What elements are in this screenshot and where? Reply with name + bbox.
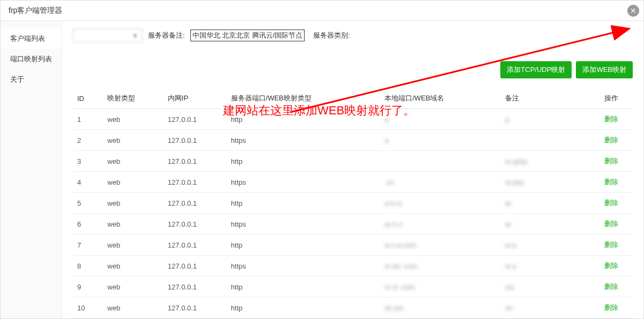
cell-port: http [227, 298, 381, 318]
cell-action: 删除 [600, 172, 633, 193]
table-row: 6web127.0.0.1httpsar b nar删除 [73, 214, 633, 235]
cell-remark: p [501, 109, 599, 130]
delete-link[interactable]: 删除 [604, 220, 618, 228]
th-ip: 内网IP [164, 88, 227, 109]
cell-type: web [103, 151, 164, 172]
cell-action: 删除 [600, 193, 633, 214]
cell-ip: 127.0.0.1 [164, 277, 227, 298]
delete-link[interactable]: 删除 [604, 262, 618, 270]
table-row: 4web127.0.0.1https.cnw php删除 [73, 172, 633, 193]
sidebar-item-label: 客户端列表 [10, 34, 45, 42]
cell-ip: 127.0.0.1 [164, 172, 227, 193]
sidebar-item-about[interactable]: 关于 [1, 69, 62, 90]
cell-remark: w php [501, 172, 599, 193]
sidebar-item-clients[interactable]: 客户端列表 [1, 28, 62, 49]
delete-link[interactable]: 删除 [604, 178, 618, 186]
window-title: frp客户端管理器 [9, 6, 62, 16]
cell-id: 8 [73, 256, 103, 277]
cell-id: 10 [73, 298, 103, 318]
cell-action: 删除 [600, 130, 633, 151]
cell-domain: w nw .com [380, 256, 501, 277]
body-layout: 客户端列表 端口映射列表 关于 ▼ 服务器备注: 中国华北 北京北京 腾讯云/国… [1, 21, 643, 318]
server-category-label: 服务器类别: [313, 31, 350, 40]
cell-remark: ar [501, 193, 599, 214]
toolbar: ▼ 服务器备注: 中国华北 北京北京 腾讯云/国际节点 服务器类别: [73, 28, 633, 42]
delete-link[interactable]: 删除 [604, 282, 618, 291]
cell-id: 3 [73, 151, 103, 172]
action-buttons: 添加TCP/UDP映射 添加WEB映射 [73, 61, 633, 78]
table-row: 8web127.0.0.1httpsw nw .comw a删除 [73, 256, 633, 277]
cell-domain [380, 151, 501, 172]
cell-action: 删除 [600, 235, 633, 256]
table-row: 10web127.0.0.1httpsh omsh删除 [73, 298, 633, 318]
table-row: 2web127.0.0.1httpsa删除 [73, 130, 633, 151]
cell-type: web [103, 277, 164, 298]
cell-type: web [103, 193, 164, 214]
cell-domain: a [380, 109, 501, 130]
server-select[interactable]: ▼ [73, 28, 143, 42]
table-row: 3web127.0.0.1httpw yphp删除 [73, 151, 633, 172]
table-row: 9web127.0.0.1httpm zt .commc删除 [73, 277, 633, 298]
delete-link[interactable]: 删除 [604, 136, 618, 144]
delete-link[interactable]: 删除 [604, 199, 618, 207]
sidebar-item-label: 端口映射列表 [10, 55, 52, 63]
cell-ip: 127.0.0.1 [164, 214, 227, 235]
th-action: 操作 [600, 88, 633, 109]
cell-port: https [227, 214, 381, 235]
cell-ip: 127.0.0.1 [164, 151, 227, 172]
table-row: 7web127.0.0.1httpw n a.comw a删除 [73, 235, 633, 256]
delete-link[interactable]: 删除 [604, 303, 618, 311]
cell-domain: a [380, 130, 501, 151]
titlebar: frp客户端管理器 ✕ [1, 1, 643, 21]
cell-id: 7 [73, 235, 103, 256]
chevron-down-icon: ▼ [132, 33, 138, 39]
cell-port: https [227, 130, 381, 151]
delete-link[interactable]: 删除 [604, 115, 618, 123]
cell-remark: ar [501, 214, 599, 235]
table-row: 5web127.0.0.1httpa b mar删除 [73, 193, 633, 214]
sidebar: 客户端列表 端口映射列表 关于 [1, 21, 62, 318]
table-header-row: ID 映射类型 内网IP 服务器端口/WEB映射类型 本地端口/WEB域名 备注… [73, 88, 633, 109]
cell-ip: 127.0.0.1 [164, 298, 227, 318]
cell-ip: 127.0.0.1 [164, 235, 227, 256]
delete-link[interactable]: 删除 [604, 241, 618, 249]
app-window: frp客户端管理器 ✕ 客户端列表 端口映射列表 关于 ▼ 服务器备注: 中国华… [0, 0, 644, 319]
cell-ip: 127.0.0.1 [164, 109, 227, 130]
cell-action: 删除 [600, 298, 633, 318]
cell-ip: 127.0.0.1 [164, 130, 227, 151]
cell-port: http [227, 277, 381, 298]
cell-id: 9 [73, 277, 103, 298]
cell-port: http [227, 151, 381, 172]
cell-remark: w a [501, 235, 599, 256]
sidebar-item-label: 关于 [10, 75, 24, 83]
th-remark: 备注 [501, 88, 599, 109]
table-row: 1web127.0.0.1httpap删除 [73, 109, 633, 130]
th-domain: 本地端口/WEB域名 [380, 88, 501, 109]
th-type: 映射类型 [103, 88, 164, 109]
cell-ip: 127.0.0.1 [164, 193, 227, 214]
add-web-button[interactable]: 添加WEB映射 [576, 61, 633, 78]
server-note-label: 服务器备注: [148, 31, 185, 40]
cell-port: https [227, 172, 381, 193]
cell-type: web [103, 172, 164, 193]
cell-type: web [103, 214, 164, 235]
cell-action: 删除 [600, 151, 633, 172]
sidebar-item-port-mapping[interactable]: 端口映射列表 [1, 49, 62, 69]
cell-action: 删除 [600, 277, 633, 298]
cell-port: http [227, 235, 381, 256]
close-icon[interactable]: ✕ [627, 5, 639, 17]
cell-remark [501, 130, 599, 151]
cell-id: 4 [73, 172, 103, 193]
add-tcp-udp-button[interactable]: 添加TCP/UDP映射 [500, 61, 572, 78]
cell-type: web [103, 130, 164, 151]
cell-domain: ar b n [380, 214, 501, 235]
cell-port: http [227, 193, 381, 214]
cell-type: web [103, 109, 164, 130]
delete-link[interactable]: 删除 [604, 157, 618, 165]
cell-id: 1 [73, 109, 103, 130]
th-id: ID [73, 88, 103, 109]
cell-action: 删除 [600, 214, 633, 235]
cell-port: http [227, 109, 381, 130]
cell-domain: sh om [380, 298, 501, 318]
cell-port: https [227, 256, 381, 277]
